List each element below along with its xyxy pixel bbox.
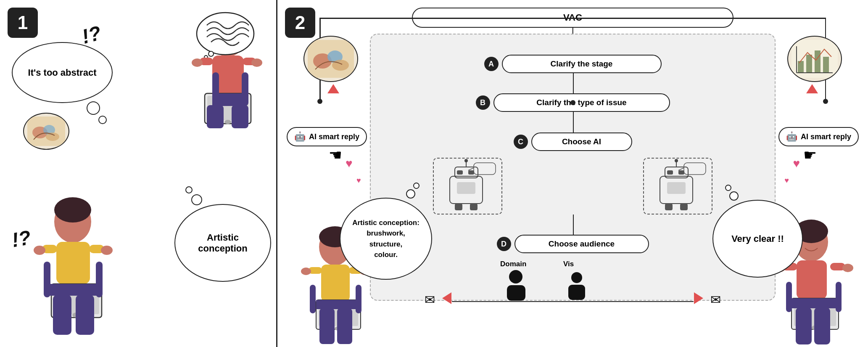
svg-point-17 bbox=[204, 56, 208, 58]
exclaim-top: !? bbox=[79, 21, 104, 48]
left-dot bbox=[317, 99, 322, 104]
svg-rect-65 bbox=[684, 163, 706, 175]
svg-rect-55 bbox=[474, 163, 496, 175]
svg-rect-63 bbox=[678, 170, 684, 175]
center-dot bbox=[570, 100, 575, 105]
badge-d: D bbox=[497, 237, 511, 251]
right-dot bbox=[823, 99, 828, 104]
speech-abstract-text: It's too abstract bbox=[28, 67, 97, 78]
stage-c-pill: Choose AI bbox=[531, 132, 632, 151]
arrow-left-bottom bbox=[442, 292, 451, 304]
svg-point-61 bbox=[675, 159, 678, 162]
domain-label: Domain bbox=[500, 260, 526, 268]
svg-rect-32 bbox=[50, 284, 100, 296]
svg-point-27 bbox=[34, 246, 45, 255]
stage-b-pill: Clarify the type of issue bbox=[493, 93, 670, 112]
svg-rect-53 bbox=[468, 170, 474, 175]
robot-box-right bbox=[643, 158, 712, 215]
svg-rect-57 bbox=[470, 204, 478, 210]
svg-rect-12 bbox=[232, 105, 248, 128]
svg-point-68 bbox=[509, 270, 522, 283]
vline-c-d bbox=[573, 215, 574, 236]
svg-rect-24 bbox=[56, 242, 90, 284]
heart-left-2: ♥ bbox=[356, 176, 361, 185]
svg-rect-99 bbox=[814, 307, 830, 344]
panel2-badge: 2 bbox=[285, 8, 315, 38]
svg-rect-36 bbox=[96, 262, 103, 297]
heart-right-2: ♥ bbox=[784, 176, 789, 185]
badge-b: B bbox=[476, 95, 490, 110]
svg-rect-71 bbox=[568, 285, 585, 300]
svg-rect-100 bbox=[786, 282, 792, 312]
panel1-badge: 1 bbox=[8, 8, 38, 38]
hand-cursor-right: ☛ bbox=[803, 146, 817, 164]
speech-artistic-label: Artistic conception: brushwork, structur… bbox=[352, 217, 419, 260]
stage-a-label: Clarify the stage bbox=[551, 59, 613, 69]
svg-rect-64 bbox=[667, 182, 686, 194]
svg-point-51 bbox=[464, 159, 468, 162]
svg-point-93 bbox=[842, 264, 853, 272]
svg-point-5 bbox=[192, 58, 203, 67]
envelope-left: ✉ bbox=[425, 292, 435, 307]
svg-rect-35 bbox=[44, 262, 50, 297]
artwork-thumbnail-top bbox=[23, 113, 69, 150]
svg-point-70 bbox=[571, 272, 582, 283]
svg-rect-52 bbox=[457, 170, 463, 175]
badge-c: C bbox=[514, 135, 528, 149]
svg-point-28 bbox=[101, 246, 113, 255]
svg-point-9 bbox=[224, 120, 231, 124]
scribble-bubble bbox=[195, 9, 256, 58]
stage-b-label: Clarify the type of issue bbox=[536, 98, 626, 107]
svg-point-6 bbox=[251, 58, 262, 67]
svg-rect-66 bbox=[665, 204, 673, 210]
figure-bottom-person bbox=[8, 180, 138, 344]
svg-rect-86 bbox=[356, 285, 361, 313]
bottom-hline bbox=[452, 301, 694, 302]
svg-rect-89 bbox=[797, 260, 827, 299]
svg-rect-82 bbox=[316, 300, 361, 309]
vline-b-c bbox=[573, 112, 574, 134]
speech-clear-label: Very clear !! bbox=[731, 233, 784, 244]
svg-point-23 bbox=[54, 197, 91, 223]
envelope-right: ✉ bbox=[710, 292, 721, 307]
panel1: 1 !? !? bbox=[0, 0, 277, 347]
heart-right-1: ♥ bbox=[793, 157, 800, 170]
stage-a-row: A Clarify the stage bbox=[277, 55, 868, 73]
svg-rect-13 bbox=[242, 72, 248, 106]
speech-clear-bubble: Very clear !! bbox=[712, 200, 803, 278]
svg-rect-101 bbox=[836, 282, 842, 312]
svg-rect-34 bbox=[76, 295, 94, 335]
svg-rect-98 bbox=[796, 307, 812, 344]
badge-a: A bbox=[484, 57, 499, 71]
svg-rect-11 bbox=[207, 105, 224, 128]
robot-box-left bbox=[433, 158, 502, 215]
speech-artistic-text: Artistic conception bbox=[181, 232, 264, 254]
svg-rect-56 bbox=[455, 204, 462, 210]
svg-rect-97 bbox=[791, 298, 839, 308]
svg-rect-69 bbox=[507, 285, 525, 301]
stage-a-pill: Clarify the stage bbox=[502, 55, 662, 73]
svg-rect-67 bbox=[680, 204, 688, 210]
stage-d-label: Choose audience bbox=[549, 239, 615, 249]
arrow-right-bottom bbox=[694, 292, 703, 304]
stage-c-label: Choose AI bbox=[562, 137, 601, 146]
svg-rect-54 bbox=[457, 182, 475, 194]
panel2: 2 VAC bbox=[277, 0, 868, 347]
speech-artistic-bubble: Artistic conception: brushwork, structur… bbox=[340, 198, 432, 280]
hand-cursor-left: ☛ bbox=[329, 146, 342, 164]
svg-rect-74 bbox=[321, 265, 350, 302]
vis-label: Vis bbox=[563, 260, 574, 268]
left-arrow-up bbox=[327, 84, 339, 93]
top-hline bbox=[319, 18, 826, 19]
speech-bubble-abstract: It's too abstract bbox=[12, 42, 113, 103]
heart-left-1: ♥ bbox=[346, 157, 353, 170]
svg-rect-83 bbox=[319, 308, 335, 344]
svg-rect-62 bbox=[667, 170, 673, 175]
stage-d-pill: Choose audience bbox=[514, 235, 649, 253]
svg-rect-14 bbox=[212, 72, 219, 106]
stage-c-row: C Choose AI bbox=[277, 132, 868, 151]
svg-point-21 bbox=[46, 132, 59, 141]
svg-rect-84 bbox=[337, 308, 352, 344]
svg-point-77 bbox=[301, 268, 311, 275]
svg-point-16 bbox=[208, 51, 214, 56]
